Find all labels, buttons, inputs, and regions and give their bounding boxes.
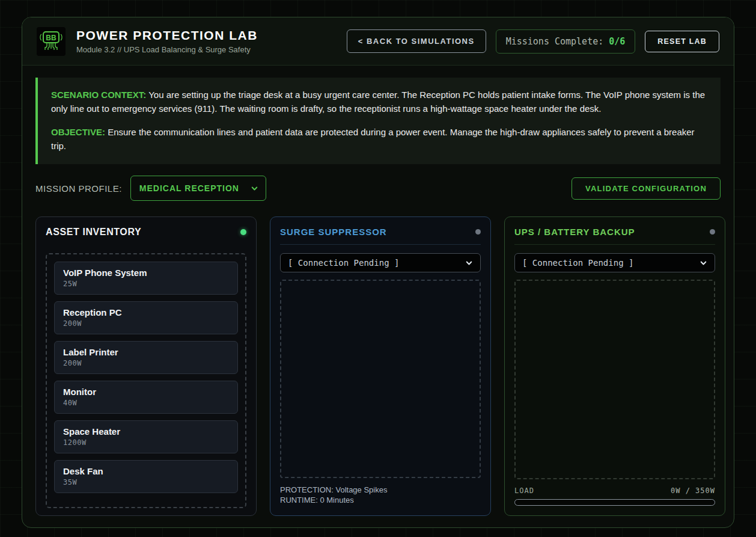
ups-battery-status-dot-icon — [710, 229, 715, 235]
chevron-down-icon — [465, 259, 473, 267]
asset-name: Space Heater — [63, 426, 229, 437]
asset-card-space-heater[interactable]: Space Heater 1200W — [54, 420, 238, 453]
surge-runtime-text: RUNTIME: 0 Minutes — [280, 496, 481, 506]
asset-name: Monitor — [63, 387, 229, 397]
asset-watts: 35W — [63, 478, 229, 486]
mission-profile-select[interactable]: MEDICAL RECEPTION — [130, 176, 266, 201]
surge-suppressor-title: SURGE SUPPRESSOR — [280, 227, 387, 237]
asset-watts: 25W — [63, 280, 229, 288]
reset-lab-button[interactable]: RESET LAB — [645, 31, 719, 52]
chevron-down-icon — [700, 259, 707, 267]
ups-outlet-dropzone[interactable] — [514, 280, 715, 479]
missions-complete-badge: Missions Complete: 0/6 — [496, 29, 636, 54]
missions-complete-label: Missions Complete: — [506, 36, 609, 47]
asset-list-dropzone[interactable]: VoIP Phone System 25W Reception PC 200W … — [46, 253, 246, 508]
surge-suppressor-panel: SURGE SUPPRESSOR [ Connection Pending ] … — [270, 216, 491, 516]
ups-connection-select[interactable]: [ Connection Pending ] — [514, 253, 715, 272]
bb-chip-logo-icon: BB — [37, 27, 66, 56]
mission-profile-row: MISSION PROFILE: MEDICAL RECEPTION VALID… — [35, 176, 721, 201]
title-block: POWER PROTECTION LAB Module 3.2 // UPS L… — [76, 28, 258, 54]
surge-outlet-dropzone[interactable] — [280, 280, 481, 478]
asset-card-monitor[interactable]: Monitor 40W — [54, 381, 238, 414]
divider — [514, 244, 715, 245]
asset-name: VoIP Phone System — [63, 268, 229, 278]
asset-name: Reception PC — [63, 307, 229, 318]
chevron-down-icon — [251, 185, 258, 192]
asset-inventory-panel: ASSET INVENTORY VoIP Phone System 25W Re… — [35, 216, 257, 516]
asset-watts: 200W — [63, 319, 229, 328]
scenario-paragraph: SCENARIO CONTEXT: You are setting up the… — [51, 88, 707, 116]
ups-battery-title: UPS / BATTERY BACKUP — [514, 227, 635, 237]
briefing-box: SCENARIO CONTEXT: You are setting up the… — [35, 78, 721, 164]
header-actions: < BACK TO SIMULATIONS Missions Complete:… — [347, 29, 719, 54]
asset-card-reception-pc[interactable]: Reception PC 200W — [54, 301, 238, 334]
asset-card-desk-fan[interactable]: Desk Fan 35W — [54, 460, 238, 493]
missions-complete-count: 0/6 — [609, 36, 625, 47]
back-to-simulations-button[interactable]: < BACK TO SIMULATIONS — [347, 29, 486, 53]
validate-configuration-button[interactable]: VALIDATE CONFIGURATION — [572, 177, 721, 200]
ups-load-value: 0W / 350W — [671, 486, 715, 495]
page-title: POWER PROTECTION LAB — [76, 28, 258, 43]
ups-load-label: LOAD — [514, 486, 534, 495]
objective-label: OBJECTIVE: — [51, 127, 105, 137]
asset-watts: 40W — [63, 399, 229, 407]
asset-watts: 200W — [63, 359, 229, 367]
surge-suppressor-status-dot-icon — [475, 229, 481, 235]
asset-inventory-header: ASSET INVENTORY — [46, 227, 246, 238]
asset-card-voip-phone[interactable]: VoIP Phone System 25W — [54, 262, 238, 295]
asset-name: Desk Fan — [63, 466, 229, 476]
surge-suppressor-header: SURGE SUPPRESSOR — [280, 227, 481, 237]
surge-protection-text: PROTECTION: Voltage Spikes — [280, 485, 481, 496]
ups-connection-selected-value: [ Connection Pending ] — [522, 258, 633, 268]
ups-load-progressbar — [514, 499, 715, 506]
scenario-context-text: You are setting up the triage desk at a … — [51, 90, 705, 114]
svg-text:BB: BB — [46, 34, 56, 42]
surge-footer: PROTECTION: Voltage Spikes RUNTIME: 0 Mi… — [280, 485, 481, 506]
mission-profile-label: MISSION PROFILE: — [35, 183, 122, 194]
divider — [280, 244, 481, 245]
app-header: BB POWER PROTECTION LAB Module 3.2 // UP… — [22, 17, 734, 66]
panels-grid: ASSET INVENTORY VoIP Phone System 25W Re… — [35, 216, 721, 516]
mission-profile-selected-value: MEDICAL RECEPTION — [139, 183, 239, 193]
objective-text: Ensure the communication lines and patie… — [51, 127, 695, 151]
power-protection-lab-window: BB POWER PROTECTION LAB Module 3.2 // UP… — [22, 17, 734, 528]
asset-watts: 1200W — [63, 438, 229, 447]
asset-inventory-title: ASSET INVENTORY — [46, 227, 141, 238]
asset-inventory-status-dot-icon — [240, 229, 246, 235]
main-content: SCENARIO CONTEXT: You are setting up the… — [22, 66, 734, 527]
ups-footer: LOAD 0W / 350W — [514, 486, 715, 506]
surge-connection-select[interactable]: [ Connection Pending ] — [280, 253, 481, 272]
ups-battery-header: UPS / BATTERY BACKUP — [514, 227, 715, 237]
asset-card-label-printer[interactable]: Label Printer 200W — [54, 341, 238, 374]
objective-paragraph: OBJECTIVE: Ensure the communication line… — [51, 125, 707, 153]
surge-connection-selected-value: [ Connection Pending ] — [288, 258, 399, 268]
asset-name: Label Printer — [63, 347, 229, 357]
ups-load-row: LOAD 0W / 350W — [514, 486, 715, 495]
scenario-context-label: SCENARIO CONTEXT: — [51, 90, 146, 100]
page-subtitle: Module 3.2 // UPS Load Balancing & Surge… — [76, 45, 258, 54]
ups-battery-panel: UPS / BATTERY BACKUP [ Connection Pendin… — [504, 216, 725, 516]
